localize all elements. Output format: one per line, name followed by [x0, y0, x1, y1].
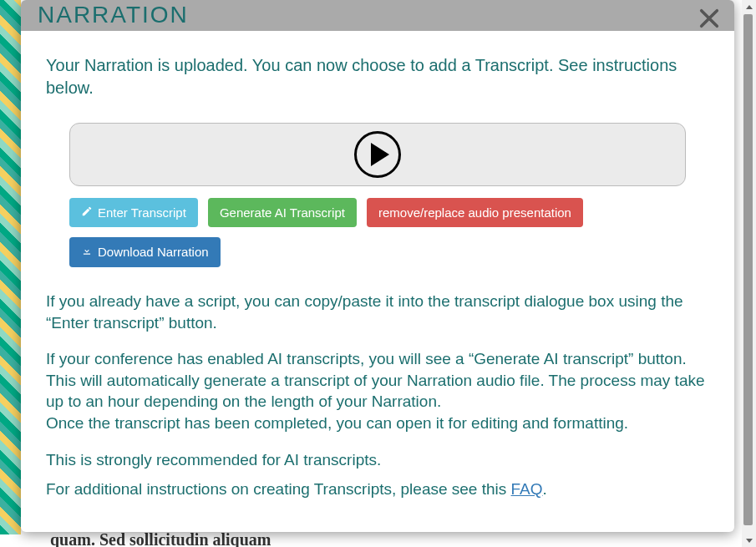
faq-suffix: .: [543, 480, 547, 498]
background-art: [0, 0, 21, 534]
button-row: Enter Transcript Generate AI Transcript …: [69, 198, 686, 267]
enter-transcript-button[interactable]: Enter Transcript: [69, 198, 198, 228]
play-icon: [354, 131, 401, 178]
scroll-track[interactable]: [742, 14, 756, 533]
modal-body: Your Narration is uploaded. You can now …: [21, 31, 734, 532]
scroll-down-button[interactable]: [742, 533, 756, 547]
enter-transcript-label: Enter Transcript: [98, 205, 186, 221]
download-icon: [81, 244, 93, 261]
instructions-para-4: For additional instructions on creating …: [46, 479, 709, 500]
download-narration-label: Download Narration: [98, 244, 209, 261]
remove-audio-button[interactable]: remove/replace audio presentation: [367, 198, 583, 228]
instructions-para-2b: Once the transcript has been completed, …: [46, 414, 628, 432]
generate-ai-label: Generate AI Transcript: [220, 205, 345, 221]
lead-text: Your Narration is uploaded. You can now …: [46, 54, 709, 99]
scroll-thumb[interactable]: [743, 14, 753, 525]
instructions-para-1: If you already have a script, you can co…: [46, 291, 709, 333]
instructions-para-3: This is strongly recommended for AI tran…: [46, 449, 709, 471]
remove-audio-label: remove/replace audio presentation: [378, 205, 571, 221]
modal-header: NARRATION: [21, 0, 734, 31]
instructions-para-2a: If your conference has enabled AI transc…: [46, 350, 705, 410]
generate-ai-button[interactable]: Generate AI Transcript: [208, 198, 357, 228]
faq-link[interactable]: FAQ: [511, 480, 543, 498]
modal-title: NARRATION: [38, 2, 189, 28]
download-narration-button[interactable]: Download Narration: [69, 237, 221, 267]
audio-player[interactable]: [69, 123, 686, 186]
vertical-scrollbar[interactable]: [742, 0, 756, 547]
player-section: Enter Transcript Generate AI Transcript …: [46, 123, 709, 267]
faq-prefix: For additional instructions on creating …: [46, 480, 511, 498]
instructions-para-2: If your conference has enabled AI transc…: [46, 348, 709, 434]
narration-modal: NARRATION Your Narration is uploaded. Yo…: [21, 0, 734, 532]
scroll-up-button[interactable]: [742, 0, 756, 14]
close-icon[interactable]: [698, 7, 721, 30]
edit-icon: [81, 205, 93, 221]
background-text: quam. Sed sollicitudin aliquam: [50, 530, 271, 547]
